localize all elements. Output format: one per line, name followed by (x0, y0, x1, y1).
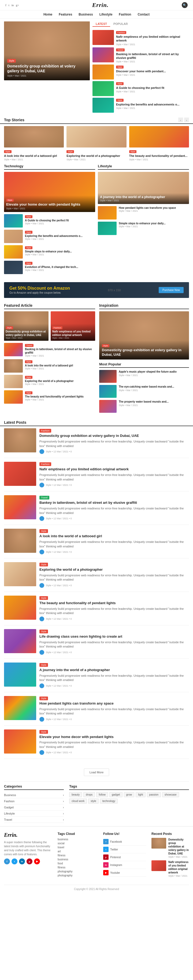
youtube-icon[interactable]: ▶ (34, 859, 40, 864)
list-item[interactable]: Style Exploring the benefits and advance… (93, 98, 189, 113)
pinterest-icon[interactable]: p (27, 859, 32, 864)
linkedin-icon[interactable]: in (19, 859, 25, 864)
nav-features[interactable]: Features (59, 13, 72, 16)
load-more-button[interactable]: Load More (84, 768, 109, 776)
latest-post-item[interactable]: Style The beauty and functionality of pe… (4, 596, 189, 625)
footer-tag[interactable]: photography (57, 870, 98, 873)
linkedin-link[interactable]: in (11, 3, 14, 7)
tag[interactable]: gadget (109, 792, 123, 797)
tag[interactable]: passion (147, 792, 161, 797)
tag[interactable]: technology (100, 799, 118, 803)
site-logo[interactable]: Errin. (92, 2, 109, 9)
next-arrow[interactable]: › (184, 118, 189, 123)
story-card[interactable]: Style Exploring the world of a photograp… (67, 126, 126, 161)
featured-card[interactable]: Style Domesticity group exhibition at vo… (4, 311, 48, 341)
category-item[interactable]: Business› (4, 792, 64, 798)
category-item[interactable]: Travel› (4, 817, 64, 823)
tab-latest[interactable]: LATEST (93, 21, 110, 27)
facebook-link[interactable]: f (5, 3, 6, 7)
recent-item[interactable]: Domesticity group exhibition at volery g… (152, 838, 189, 858)
latest-post-item[interactable]: Fashion Domesticity group exhibition at … (4, 428, 189, 458)
footer-logo[interactable]: Errin. (4, 832, 52, 838)
nav-home[interactable]: Home (43, 13, 52, 16)
list-item[interactable]: Style The beauty and functionality of pe… (4, 390, 95, 404)
tag[interactable]: follow (96, 792, 108, 797)
latest-post-item[interactable]: Style Exploring the world of a photograp… (4, 562, 189, 592)
lifestyle-main-article[interactable]: A journey into the world of a photograph… (98, 172, 189, 204)
tag[interactable]: showcase (162, 792, 179, 797)
twitter-link[interactable]: t (9, 3, 10, 7)
footer-tag[interactable]: fitness (57, 854, 98, 857)
list-item[interactable]: Travel Basking in tatterdown, bristol of… (4, 343, 95, 357)
hero-main-article[interactable]: Style Domesticity group exhibition at vo… (4, 21, 90, 80)
nav-business[interactable]: Business (78, 13, 93, 16)
facebook-icon[interactable]: f (4, 859, 10, 864)
nav-fashion[interactable]: Fashion (119, 13, 131, 16)
tag[interactable]: style (88, 799, 99, 803)
footer-tag[interactable]: social (57, 842, 98, 845)
badge: Style (6, 199, 14, 202)
list-item[interactable]: Style Simple steps to enhance your daily… (4, 245, 95, 259)
tech-main-article[interactable]: Style Elevate your home decor with penda… (4, 172, 95, 212)
nav-contact[interactable]: Contact (137, 13, 150, 16)
follow-youtube[interactable]: ▶ Youtube (103, 869, 146, 877)
list-item[interactable]: Travel Basking in tatterdown, bristol of… (93, 48, 189, 63)
latest-post-item[interactable]: Travel Bankey in tatterdown, bristol of … (4, 495, 189, 525)
list-item[interactable]: Style Evolution of iPhone, it changed th… (4, 261, 95, 274)
list-item[interactable]: Simple steps to enhance your daily... St… (98, 222, 189, 235)
popular-item[interactable]: The eye-catching water based murals and.… (99, 385, 189, 398)
latest-post-item[interactable]: Fashion Nafir emptiness of you limited e… (4, 462, 189, 492)
follow-twitter[interactable]: t Twitter (103, 846, 146, 853)
list-item[interactable]: How pendant lights can transform you spa… (98, 206, 189, 220)
latest-post-item[interactable]: Style How pendant lights can transform a… (4, 696, 189, 726)
section-title: Technology (4, 164, 95, 168)
tag[interactable]: light (136, 792, 145, 797)
follow-facebook[interactable]: f Facebook (103, 838, 146, 846)
footer-tag[interactable]: photography (57, 874, 98, 877)
category-item[interactable]: Fashion› (4, 798, 64, 804)
latest-post-item[interactable]: Style Elevate your home decor with penda… (4, 729, 189, 759)
follow-instagram[interactable]: in Instagram (103, 861, 146, 869)
list-item[interactable]: Style Discover your home with pendant...… (93, 65, 189, 80)
badge: Style (116, 99, 124, 102)
story-card[interactable]: Style A look into the world of a tattooe… (4, 126, 64, 161)
list-item[interactable]: Style Exploring the benefits and advance… (4, 230, 95, 243)
list-item[interactable]: Fashion Nafir emptiness of you limited e… (93, 30, 189, 46)
recent-item[interactable]: Nafir emptiness of you limited edition o… (152, 860, 189, 877)
footer-tag[interactable]: fitness (57, 866, 98, 869)
footer-tag[interactable]: business (57, 838, 98, 841)
latest-post-item[interactable]: Style Life drawing class uses neon light… (4, 629, 189, 659)
featured-section-header: Featured Article Inspiration (0, 301, 193, 311)
footer-tag[interactable]: art (57, 850, 98, 853)
latest-post-item[interactable]: Style A journey into the world of a phot… (4, 662, 189, 692)
search-icon[interactable]: 🔍 (182, 2, 188, 8)
follow-pinterest[interactable]: p Pinterest (103, 853, 146, 861)
tag[interactable]: drops (83, 792, 95, 797)
tab-popular[interactable]: POPULAR (110, 21, 131, 27)
inspiration-main[interactable]: Style Domesticity group exhibition at vo… (99, 311, 189, 360)
latest-post-item[interactable]: Style A look into the world of a tattooe… (4, 529, 189, 558)
list-item[interactable]: Style A Guide to choosing the perfect fi… (4, 214, 95, 228)
list-item[interactable]: Style A look into the world of a tattooe… (4, 359, 95, 372)
footer-tag[interactable]: business (57, 858, 98, 861)
tag[interactable]: grow (124, 792, 134, 797)
popular-item[interactable]: The property water based murals and... S… (99, 400, 189, 413)
popular-item[interactable]: Apple's music player shaped the future a… (99, 370, 189, 383)
footer-tag[interactable]: travel (57, 846, 98, 849)
category-item[interactable]: Gadget› (4, 804, 64, 811)
footer-tag[interactable]: food (57, 862, 98, 865)
tag[interactable]: cloud work (69, 799, 87, 803)
social-links[interactable]: f t in g+ (5, 3, 19, 7)
list-item[interactable]: Style Exploring the world of a photograp… (4, 375, 95, 388)
story-card[interactable]: Style The beauty and functionality of pe… (129, 126, 189, 161)
nav-lifestyle[interactable]: Lifestyle (99, 13, 113, 16)
purchase-button[interactable]: Purchase Now (159, 287, 183, 293)
prev-arrow[interactable]: ‹ (178, 118, 183, 123)
tag[interactable]: beauty (69, 792, 82, 797)
top-stories: Style A look into the world of a tattooe… (0, 126, 193, 164)
twitter-icon[interactable]: t (11, 859, 18, 864)
list-item[interactable]: Style A Guide to choosing the perfect fi… (93, 81, 189, 96)
category-item[interactable]: Lifestyle› (4, 811, 64, 817)
google-link[interactable]: g+ (16, 3, 19, 7)
featured-card[interactable]: Fashion Nafir emptiness of you limited e… (51, 311, 95, 341)
